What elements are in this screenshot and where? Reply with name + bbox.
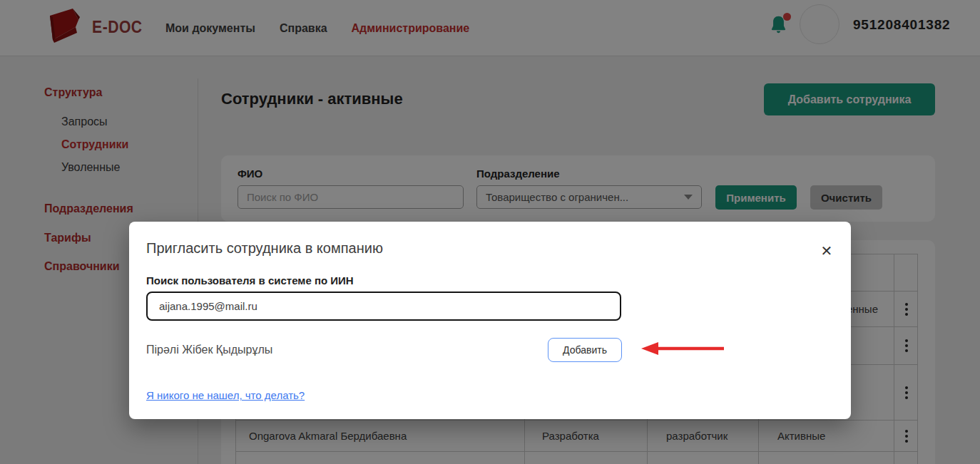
- search-result-name: Пірәлі Жібек Қыдырұлы: [146, 344, 272, 356]
- modal-add-button[interactable]: Добавить: [548, 338, 622, 362]
- page: E-DOC Мои документы Справка Администриро…: [0, 0, 980, 464]
- not-found-help-link[interactable]: Я никого не нашел, что делать?: [146, 389, 305, 401]
- invite-employee-modal: Пригласить сотрудника в компанию ✕ Поиск…: [129, 222, 851, 419]
- iin-search-input[interactable]: [146, 292, 621, 321]
- iin-search-label: Поиск пользователя в системе по ИИН: [146, 274, 354, 287]
- close-icon: ✕: [821, 242, 833, 259]
- red-arrow-annotation-icon: [640, 340, 727, 360]
- modal-close-button[interactable]: ✕: [817, 241, 837, 261]
- modal-title: Пригласить сотрудника в компанию: [146, 240, 383, 257]
